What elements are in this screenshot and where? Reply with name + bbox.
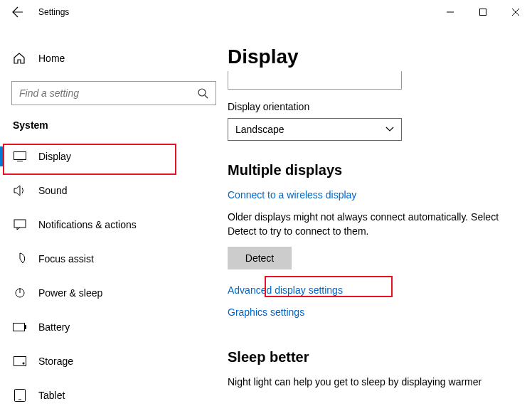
nav-item-notifications[interactable]: Notifications & actions [0,208,228,242]
nav-label: Power & sleep [38,287,102,299]
graphics-settings-link[interactable]: Graphics settings [228,306,304,318]
wireless-display-link[interactable]: Connect to a wireless display [228,189,356,201]
sleep-better-title: Sleep better [228,349,511,365]
power-icon [13,287,27,299]
search-icon [197,87,208,99]
storage-icon [13,356,27,366]
nav-label: Sound [38,185,67,196]
close-button[interactable] [499,1,532,23]
svg-rect-1 [480,9,486,16]
tablet-icon [13,389,27,402]
svg-rect-13 [14,357,26,366]
back-button[interactable] [7,1,28,23]
nav-home[interactable]: Home [0,44,228,73]
titlebar: Settings [0,0,532,24]
minimize-icon [447,9,454,16]
nav-item-focus[interactable]: Focus assist [0,242,228,276]
home-label: Home [38,53,65,64]
nav-item-battery[interactable]: Battery [0,310,228,344]
minimize-button[interactable] [434,1,467,23]
maximize-button[interactable] [467,1,499,23]
category-title: System [13,119,228,131]
nav-item-power[interactable]: Power & sleep [0,276,228,310]
svg-point-4 [198,89,206,96]
home-icon [13,52,27,65]
focus-icon [13,252,27,265]
advanced-display-link[interactable]: Advanced display settings [228,284,343,296]
maximize-icon [479,9,486,16]
sidebar: Home System Display Sound Notifications … [0,24,228,406]
nav-label: Display [38,151,71,162]
page-title: Display [228,46,511,68]
nav-label: Tablet [38,390,65,401]
nav-label: Storage [38,356,73,367]
svg-point-14 [23,363,25,365]
back-arrow-icon [12,6,23,18]
orientation-select[interactable]: Landscape [228,118,402,141]
multiple-displays-title: Multiple displays [228,162,511,178]
sound-icon [13,185,27,196]
battery-icon [13,323,27,331]
nav-label: Focus assist [38,253,94,265]
window-title: Settings [38,7,69,17]
orientation-label: Display orientation [228,101,511,112]
sleep-better-text: Night light can help you get to sleep by… [228,375,511,390]
chevron-down-icon [385,127,394,132]
nav-list: Display Sound Notifications & actions Fo… [0,139,228,406]
nav-item-storage[interactable]: Storage [0,344,228,378]
svg-rect-8 [14,220,26,228]
nav-item-display[interactable]: Display [0,139,228,173]
svg-line-5 [205,95,208,98]
window-controls [434,1,532,23]
main-content: Display Display orientation Landscape Mu… [228,24,532,406]
svg-rect-11 [14,324,25,331]
detect-description: Older displays might not always connect … [228,210,511,238]
orientation-value: Landscape [235,124,284,135]
display-icon [13,151,27,161]
close-icon [512,9,519,16]
nav-item-tablet[interactable]: Tablet [0,378,228,406]
svg-rect-12 [25,325,26,329]
detect-button[interactable]: Detect [228,247,292,269]
notifications-icon [13,219,27,230]
nav-item-sound[interactable]: Sound [0,173,228,208]
search-input[interactable] [19,87,197,99]
svg-rect-6 [14,152,26,160]
search-box[interactable] [11,81,216,105]
nav-label: Battery [38,321,70,333]
nav-label: Notifications & actions [38,219,137,230]
brightness-slider-track[interactable] [228,71,402,90]
